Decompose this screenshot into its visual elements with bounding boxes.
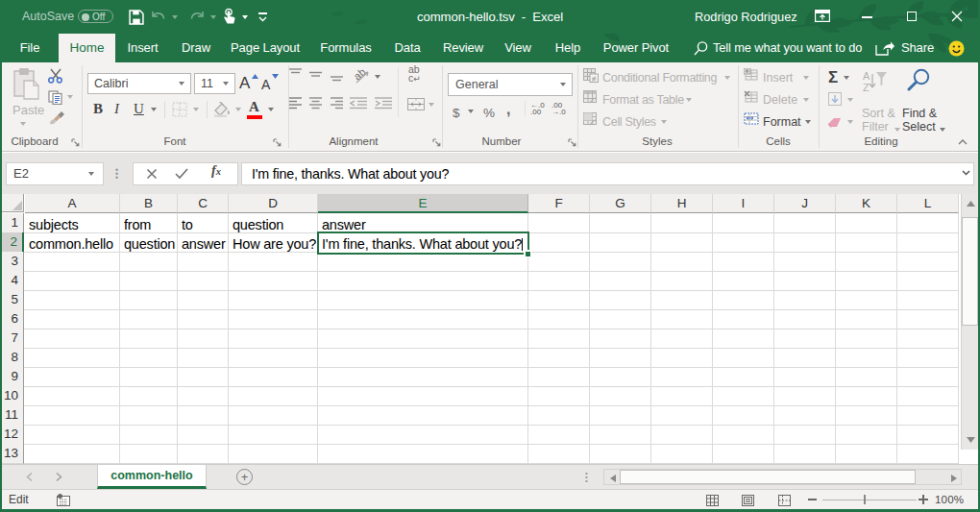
svg-text:A: A <box>863 70 870 82</box>
svg-text:Z: Z <box>863 82 870 93</box>
